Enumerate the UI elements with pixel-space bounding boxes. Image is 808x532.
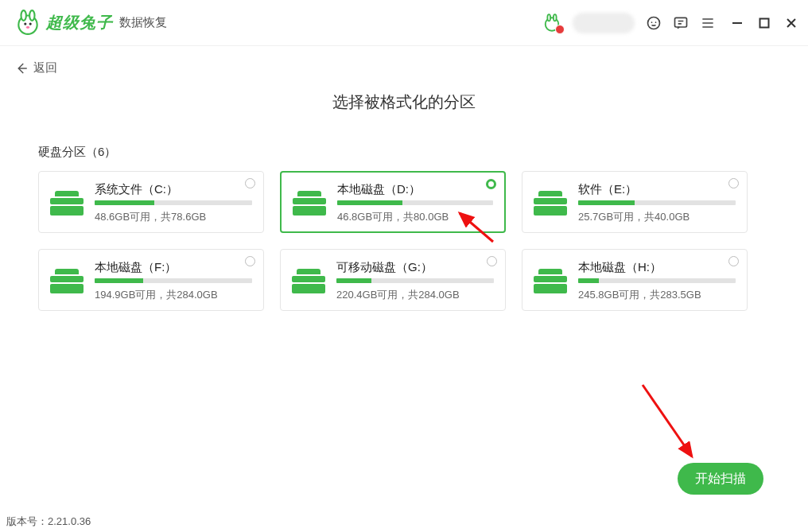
brand-logo: 超级兔子 数据恢复 <box>14 10 167 37</box>
usage-bar <box>95 200 252 205</box>
drive-info: 软件（E:）25.7GB可用，共40.0GB <box>578 182 736 224</box>
back-label: 返回 <box>33 60 57 76</box>
svg-point-2 <box>29 10 34 21</box>
annotation-arrow-2 <box>636 380 708 468</box>
user-avatar-icon[interactable] <box>542 14 561 33</box>
drive-info: 本地磁盘（F:）194.9GB可用，共284.0GB <box>95 260 252 302</box>
back-button[interactable]: 返回 <box>0 46 808 76</box>
cloud-icon[interactable] <box>646 15 662 31</box>
svg-point-7 <box>547 14 550 21</box>
svg-point-10 <box>651 21 653 23</box>
drive-card[interactable]: 软件（E:）25.7GB可用，共40.0GB <box>522 171 748 233</box>
svg-point-9 <box>648 17 660 29</box>
drive-title: 软件（E:） <box>578 182 736 197</box>
select-radio[interactable] <box>728 256 739 266</box>
svg-rect-13 <box>760 18 769 27</box>
usage-bar <box>337 200 493 205</box>
usage-bar <box>578 278 736 283</box>
drive-title: 可移动磁盘（G:） <box>336 260 494 275</box>
page-title: 选择被格式化的分区 <box>0 91 808 113</box>
menu-icon[interactable] <box>700 15 716 31</box>
select-radio[interactable] <box>728 178 739 188</box>
drive-title: 本地磁盘（D:） <box>337 182 493 197</box>
maximize-icon[interactable] <box>759 17 770 29</box>
select-radio[interactable] <box>245 256 255 266</box>
drive-info: 系统文件（C:）48.6GB可用，共78.6GB <box>95 182 252 224</box>
drive-info: 可移动磁盘（G:）220.4GB可用，共284.0GB <box>336 260 494 302</box>
drive-card[interactable]: 本地磁盘（F:）194.9GB可用，共284.0GB <box>38 249 264 311</box>
svg-line-15 <box>643 385 692 456</box>
svg-point-4 <box>29 22 32 25</box>
brand-name: 超级兔子 <box>46 12 113 33</box>
drive-title: 本地磁盘（F:） <box>95 260 252 275</box>
drive-icon <box>50 189 84 216</box>
rabbit-logo-icon <box>14 10 41 37</box>
drive-title: 本地磁盘（H:） <box>578 260 736 275</box>
version-info: 版本号：2.21.0.36 <box>6 515 91 529</box>
drive-usage-text: 220.4GB可用，共284.0GB <box>336 288 494 302</box>
drive-info: 本地磁盘（H:）245.8GB可用，共283.5GB <box>578 260 736 302</box>
svg-point-8 <box>554 14 557 21</box>
app-header: 超级兔子 数据恢复 <box>0 0 808 46</box>
select-radio[interactable] <box>486 179 496 189</box>
version-label: 版本号： <box>6 515 48 527</box>
drive-icon <box>293 189 326 216</box>
close-icon[interactable] <box>786 17 797 29</box>
usage-bar <box>95 278 252 283</box>
drive-card[interactable]: 可移动磁盘（G:）220.4GB可用，共284.0GB <box>280 249 506 311</box>
drive-card[interactable]: 本地磁盘（H:）245.8GB可用，共283.5GB <box>522 249 748 311</box>
usage-bar <box>578 200 736 205</box>
svg-point-11 <box>655 21 657 23</box>
drive-usage-text: 25.7GB可用，共40.0GB <box>578 210 736 224</box>
header-actions <box>542 13 797 33</box>
drive-usage-text: 48.6GB可用，共78.6GB <box>95 210 252 224</box>
product-name: 数据恢复 <box>119 15 167 30</box>
drive-info: 本地磁盘（D:）46.8GB可用，共80.0GB <box>337 182 493 224</box>
drive-grid: 系统文件（C:）48.6GB可用，共78.6GB本地磁盘（D:）46.8GB可用… <box>0 171 808 311</box>
vip-badge-icon <box>555 25 565 34</box>
drive-usage-text: 46.8GB可用，共80.0GB <box>337 210 493 224</box>
version-value: 2.21.0.36 <box>48 515 91 527</box>
usage-bar <box>336 278 494 283</box>
svg-point-3 <box>24 22 26 25</box>
drive-usage-text: 245.8GB可用，共283.5GB <box>578 288 736 302</box>
select-radio[interactable] <box>487 256 497 266</box>
user-info-pill[interactable] <box>573 13 635 33</box>
section-label: 硬盘分区（6） <box>38 145 808 160</box>
drive-icon <box>534 189 567 216</box>
feedback-icon[interactable] <box>673 15 689 31</box>
drive-usage-text: 194.9GB可用，共284.0GB <box>95 288 252 302</box>
svg-rect-12 <box>675 17 687 27</box>
arrow-left-icon <box>14 61 29 76</box>
minimize-icon[interactable] <box>732 17 743 29</box>
drive-icon <box>50 267 84 294</box>
drive-icon <box>292 267 325 294</box>
drive-card[interactable]: 本地磁盘（D:）46.8GB可用，共80.0GB <box>280 171 506 233</box>
drive-icon <box>534 267 567 294</box>
svg-point-1 <box>21 10 26 21</box>
svg-point-5 <box>26 25 29 28</box>
start-scan-button[interactable]: 开始扫描 <box>678 463 763 495</box>
drive-title: 系统文件（C:） <box>95 182 252 197</box>
select-radio[interactable] <box>245 178 255 188</box>
drive-card[interactable]: 系统文件（C:）48.6GB可用，共78.6GB <box>38 171 264 233</box>
